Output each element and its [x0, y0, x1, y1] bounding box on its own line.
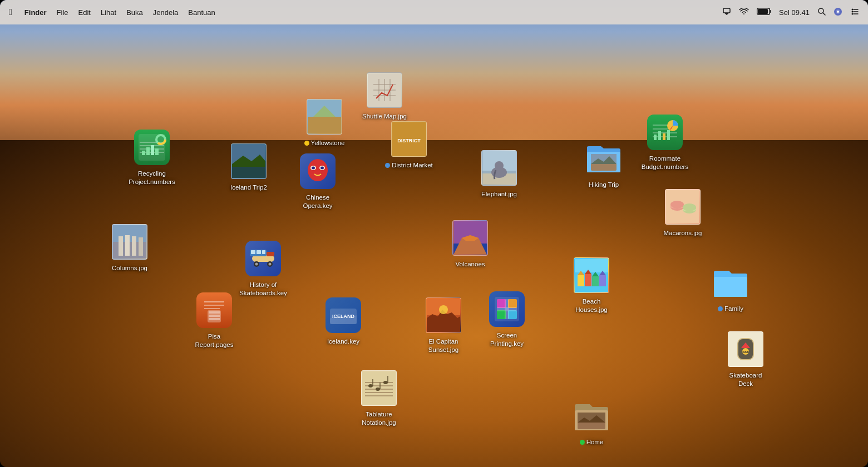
district-market-label: District Market — [385, 161, 432, 170]
home-label: Home — [580, 438, 604, 446]
svg-rect-96 — [592, 276, 599, 286]
buka-menu[interactable]: Buka — [126, 8, 143, 17]
svg-rect-0 — [723, 8, 730, 13]
yellowstone-label: Yellowstone — [304, 139, 345, 147]
elephant-label: Elephant.jpg — [481, 190, 517, 198]
icon-screen-printing[interactable]: ScreenPrinting.key — [482, 289, 532, 348]
icon-recycling-project[interactable]: RecyclingProject.numbers — [127, 127, 177, 186]
icon-skateboard-deck[interactable]: SK8 Skateboard Deck — [721, 329, 771, 388]
svg-point-54 — [495, 161, 504, 170]
svg-rect-33 — [308, 117, 341, 133]
svg-point-48 — [312, 167, 315, 170]
svg-rect-67 — [663, 133, 665, 140]
menubar:  Finder File Edit Lihat Buka Jendela Ba… — [0, 0, 868, 24]
svg-rect-74 — [139, 237, 143, 256]
finder-menu[interactable]: Finder — [24, 8, 47, 17]
svg-rect-130 — [497, 307, 517, 311]
svg-rect-94 — [585, 274, 591, 286]
svg-point-103 — [670, 201, 684, 208]
svg-rect-66 — [658, 131, 661, 140]
icon-columns[interactable]: Columns.jpg — [105, 222, 155, 272]
menubar-left:  Finder File Edit Lihat Buka Jendela Ba… — [9, 7, 215, 17]
icon-chinese-opera[interactable]: Chinese Opera.key — [293, 151, 343, 210]
svg-rect-23 — [146, 147, 150, 155]
icon-el-capitan[interactable]: El CapitanSunset.jpg — [418, 295, 468, 354]
svg-rect-110 — [204, 305, 224, 306]
svg-rect-25 — [155, 148, 159, 155]
recycling-project-label: RecyclingProject.numbers — [129, 170, 175, 186]
el-capitan-label: El CapitanSunset.jpg — [428, 337, 458, 354]
bantuan-menu[interactable]: Bantuan — [188, 8, 215, 17]
icon-tablature[interactable]: TablatureNotation.jpg — [354, 368, 404, 427]
svg-rect-65 — [654, 135, 657, 140]
svg-rect-109 — [204, 301, 224, 302]
icon-history-skateboards[interactable]: History ofSkateboards.key — [238, 239, 288, 297]
svg-point-49 — [320, 167, 324, 170]
history-skateboards-label: History ofSkateboards.key — [239, 281, 287, 297]
clock-display[interactable]: Sel 09.41 — [779, 8, 810, 17]
svg-rect-71 — [119, 236, 123, 256]
airplay-icon[interactable] — [722, 7, 731, 18]
svg-point-106 — [683, 203, 696, 211]
icon-shuttle-map[interactable]: Shuttle Map.jpg — [359, 70, 410, 121]
icon-yellowstone[interactable]: Yellowstone — [299, 97, 349, 147]
search-icon[interactable] — [817, 7, 826, 17]
svg-rect-73 — [132, 236, 136, 256]
svg-point-141 — [383, 381, 388, 384]
tablature-label: TablatureNotation.jpg — [362, 410, 396, 427]
svg-point-139 — [376, 387, 380, 391]
roommate-budget-label: RoommateBudget.numbers — [642, 155, 688, 171]
svg-text:SK8: SK8 — [742, 350, 749, 354]
svg-rect-91 — [575, 259, 608, 272]
icon-volcanoes[interactable]: Volcanoes — [445, 218, 495, 269]
svg-rect-3 — [770, 10, 771, 13]
svg-point-78 — [255, 263, 258, 266]
icon-home[interactable]: Home — [566, 396, 617, 446]
svg-point-122 — [439, 305, 448, 314]
svg-text:DISTRICT: DISTRICT — [397, 138, 421, 143]
columns-label: Columns.jpg — [112, 264, 147, 272]
svg-rect-98 — [599, 275, 606, 286]
icon-iceland-trip2[interactable]: Iceland Trip2 — [224, 141, 274, 192]
apple-menu[interactable]:  — [9, 7, 12, 17]
svg-rect-4 — [758, 9, 768, 14]
svg-rect-85 — [267, 252, 274, 256]
siri-icon[interactable] — [834, 7, 842, 18]
desktop: RecyclingProject.numbers Iceland — [0, 24, 868, 467]
svg-rect-22 — [142, 151, 145, 155]
menubar-right: Sel 09.41 — [722, 7, 859, 18]
screen-printing-label: ScreenPrinting.key — [490, 331, 524, 348]
icon-iceland-key[interactable]: ICELAND Iceland.key — [318, 295, 368, 346]
svg-rect-113 — [209, 311, 220, 314]
icon-district-market[interactable]: DISTRICT District Market — [384, 119, 434, 170]
icon-pisa-report[interactable]: Pisa Report.pages — [189, 290, 239, 349]
control-center-icon[interactable] — [850, 7, 859, 18]
family-label: Family — [718, 305, 743, 313]
svg-point-80 — [269, 263, 272, 266]
wifi-icon[interactable] — [739, 8, 749, 17]
svg-point-11 — [852, 11, 854, 12]
svg-rect-72 — [125, 235, 130, 256]
svg-rect-128 — [508, 310, 517, 319]
svg-rect-31 — [232, 167, 265, 178]
svg-rect-115 — [209, 318, 220, 320]
icon-beach-houses[interactable]: Beach Houses.jpg — [566, 255, 617, 314]
svg-rect-82 — [251, 250, 255, 254]
svg-rect-18 — [140, 142, 164, 143]
jendela-menu[interactable]: Jendela — [153, 8, 179, 17]
lihat-menu[interactable]: Lihat — [101, 8, 116, 17]
edit-menu[interactable]: Edit — [78, 8, 91, 17]
icon-roommate-budget[interactable]: RoommateBudget.numbers — [640, 112, 690, 171]
volcanoes-label: Volcanoes — [455, 260, 485, 269]
battery-icon[interactable] — [757, 8, 771, 17]
svg-rect-24 — [151, 145, 154, 155]
icon-family[interactable]: Family — [706, 262, 756, 313]
svg-rect-62 — [653, 132, 677, 133]
file-menu[interactable]: File — [57, 8, 68, 17]
skateboard-deck-label: Skateboard Deck — [721, 371, 770, 388]
icon-macarons[interactable]: Macarons.jpg — [658, 187, 708, 237]
icon-elephant[interactable]: Elephant.jpg — [474, 148, 524, 198]
icon-hiking-trip[interactable]: Hiking Trip — [579, 138, 629, 189]
screen:  Finder File Edit Lihat Buka Jendela Ba… — [0, 0, 868, 467]
svg-rect-68 — [667, 130, 670, 140]
